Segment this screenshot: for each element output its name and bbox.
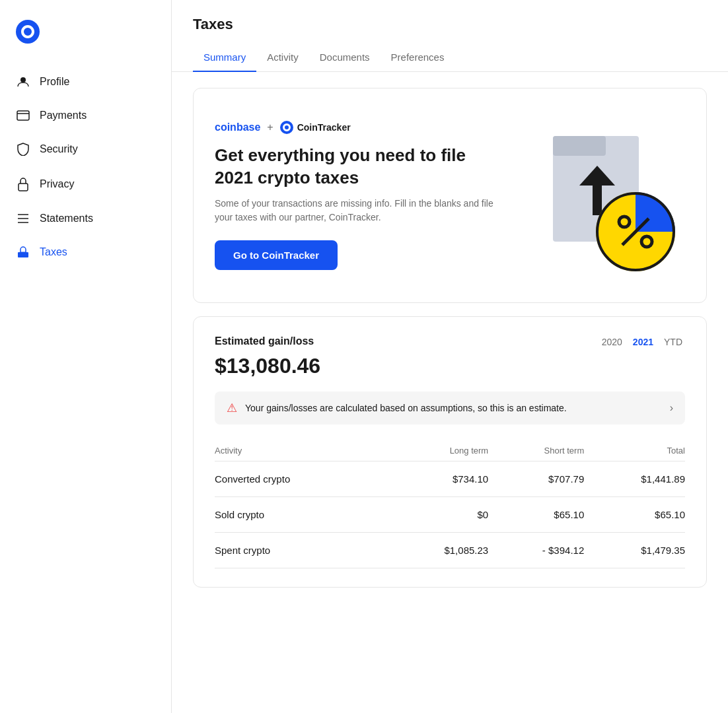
year-2021-button[interactable]: 2021 [630, 335, 656, 349]
sidebar-item-label: Taxes [40, 246, 67, 258]
promo-content: coinbase + CoinTracker Get everything yo… [215, 121, 500, 271]
col-short-term: Short term [488, 440, 584, 461]
year-2020-button[interactable]: 2020 [599, 335, 625, 349]
gain-loss-amount: $13,080.46 [215, 354, 685, 378]
svg-rect-4 [18, 184, 28, 191]
sidebar-item-security[interactable]: Security [0, 133, 171, 165]
page-header: Taxes Summary Activity Documents Prefere… [172, 0, 728, 72]
cell-long-term: $734.10 [387, 461, 488, 497]
promo-illustration [513, 110, 685, 281]
svg-point-0 [16, 20, 40, 44]
sidebar-item-payments[interactable]: Payments [0, 100, 171, 131]
cell-short-term: $707.79 [488, 461, 584, 497]
sidebar-item-label: Statements [40, 213, 93, 224]
page-content: coinbase + CoinTracker Get everything yo… [172, 72, 728, 603]
cell-activity: Converted crypto [215, 461, 387, 497]
taxes-icon [16, 246, 30, 259]
gain-loss-label: Estimated gain/loss [215, 335, 314, 347]
cell-total: $65.10 [584, 497, 685, 533]
notice-warning-icon: ⚠ [227, 401, 237, 415]
table-row: Spent crypto $1,085.23 - $394.12 $1,479.… [215, 533, 685, 568]
cointracker-logo-icon [280, 121, 293, 134]
cell-total: $1,479.35 [584, 533, 685, 568]
cell-long-term: $1,085.23 [387, 533, 488, 568]
privacy-icon [16, 177, 30, 191]
go-to-cointracker-button[interactable]: Go to CoinTracker [215, 240, 338, 270]
sidebar-item-label: Profile [40, 76, 69, 88]
svg-point-1 [20, 77, 26, 83]
svg-point-10 [280, 121, 293, 134]
table-row: Sold crypto $0 $65.10 $65.10 [215, 497, 685, 533]
year-selector: 2020 2021 YTD [599, 335, 685, 349]
sidebar-item-label: Payments [40, 110, 87, 121]
cell-total: $1,441.89 [584, 461, 685, 497]
sidebar-item-taxes[interactable]: Taxes [0, 236, 171, 268]
cointracker-brand-label: CoinTracker [280, 121, 351, 134]
security-icon [16, 143, 30, 156]
cell-activity: Spent crypto [215, 533, 387, 568]
svg-rect-2 [17, 111, 29, 120]
profile-icon [16, 75, 30, 88]
year-ytd-button[interactable]: YTD [661, 335, 685, 349]
promo-description: Some of your transactions are missing in… [215, 197, 500, 224]
tab-bar: Summary Activity Documents Preferences [193, 44, 707, 71]
statements-icon [16, 213, 30, 224]
estimate-notice[interactable]: ⚠ Your gains/losses are calculated based… [215, 391, 685, 424]
col-long-term: Long term [387, 440, 488, 461]
sidebar-item-profile[interactable]: Profile [0, 66, 171, 98]
tab-preferences[interactable]: Preferences [381, 44, 455, 72]
notice-text: Your gains/losses are calculated based o… [245, 403, 662, 413]
payments-icon [16, 110, 30, 121]
notice-chevron-icon: › [670, 402, 673, 414]
activity-table: Activity Long term Short term Total Conv… [215, 440, 685, 568]
gain-loss-card: Estimated gain/loss 2020 2021 YTD $13,08… [193, 316, 707, 588]
page-title: Taxes [193, 16, 707, 33]
table-row: Converted crypto $734.10 $707.79 $1,441.… [215, 461, 685, 497]
cell-short-term: - $394.12 [488, 533, 584, 568]
promo-title: Get everything you need to file 2021 cry… [215, 145, 500, 189]
promo-brand: coinbase + CoinTracker [215, 121, 500, 134]
cell-activity: Sold crypto [215, 497, 387, 533]
svg-rect-12 [553, 136, 606, 156]
sidebar-item-privacy[interactable]: Privacy [0, 168, 171, 201]
sidebar-item-label: Security [40, 143, 78, 155]
sidebar-item-statements[interactable]: Statements [0, 203, 171, 234]
cell-long-term: $0 [387, 497, 488, 533]
sidebar-item-label: Privacy [40, 178, 74, 190]
table-header-row: Activity Long term Short term Total [215, 440, 685, 461]
tab-documents[interactable]: Documents [309, 44, 381, 72]
gain-loss-header: Estimated gain/loss 2020 2021 YTD [215, 335, 685, 349]
main-content: Taxes Summary Activity Documents Prefere… [172, 0, 728, 713]
coinbase-logo-icon [16, 20, 40, 44]
cell-short-term: $65.10 [488, 497, 584, 533]
sidebar-navigation: Profile Payments Security Privacy Statem… [0, 66, 171, 268]
promo-card: coinbase + CoinTracker Get everything yo… [193, 88, 707, 303]
tab-summary[interactable]: Summary [193, 44, 256, 72]
svg-rect-8 [18, 252, 28, 257]
sidebar-logo[interactable] [0, 13, 171, 66]
sidebar: Profile Payments Security Privacy Statem… [0, 0, 172, 713]
coinbase-brand-label: coinbase [215, 121, 260, 133]
tab-activity[interactable]: Activity [256, 44, 309, 72]
promo-plus-icon: + [267, 121, 273, 133]
col-total: Total [584, 440, 685, 461]
taxes-illustration-icon [513, 110, 685, 281]
col-activity: Activity [215, 440, 387, 461]
